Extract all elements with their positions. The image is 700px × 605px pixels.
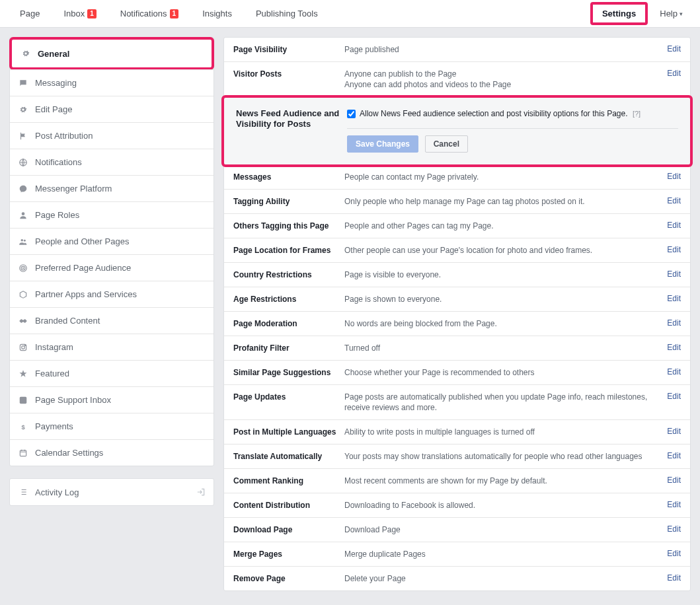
sidebar-item-preferred-audience[interactable]: Preferred Page Audience [10, 254, 214, 281]
setting-label: Page Visibility [233, 44, 344, 55]
top-nav-left: Page Inbox 1 Notifications 1 Insights Pu… [8, 0, 330, 28]
sidebar-item-partner-apps[interactable]: Partner Apps and Services [10, 281, 214, 307]
setting-multiple-languages: Post in Multiple Languages Ability to wr… [224, 420, 690, 445]
setting-content-distribution: Content Distribution Downloading to Face… [224, 493, 690, 518]
edit-link[interactable]: Edit [667, 451, 681, 460]
sidebar-card-activity: Activity Log [9, 478, 214, 506]
nav-publishing-tools[interactable]: Publishing Tools [244, 0, 330, 28]
nav-page-label: Page [20, 9, 40, 18]
setting-page-moderation: Page Moderation No words are being block… [224, 312, 690, 336]
sidebar-item-notifications[interactable]: Notifications [10, 149, 214, 175]
nav-help[interactable]: Help ▾ [650, 0, 692, 28]
setting-value: Choose whether your Page is recommended … [344, 367, 654, 378]
setting-page-updates: Page Updates Page posts are automaticall… [224, 385, 690, 420]
nav-notifications[interactable]: Notifications 1 [108, 0, 190, 28]
setting-label: News Feed Audience and Visibility for Po… [236, 108, 347, 135]
edit-link[interactable]: Edit [667, 476, 681, 485]
setting-page-visibility: Page Visibility Page published Edit [224, 38, 690, 62]
edit-link[interactable]: Edit [667, 294, 681, 303]
sidebar-item-payments[interactable]: $ Payments [10, 413, 214, 439]
sidebar-item-page-roles[interactable]: Page Roles [10, 201, 214, 228]
setting-value: Download Page [344, 524, 654, 535]
checkbox-label: Allow News Feed audience selection and p… [360, 109, 628, 118]
sidebar-item-featured[interactable]: Featured [10, 360, 214, 386]
svg-text:$: $ [21, 423, 25, 430]
setting-label: Comment Ranking [233, 476, 344, 486]
edit-link[interactable]: Edit [667, 573, 681, 583]
nav-publishing-label: Publishing Tools [256, 9, 318, 18]
edit-link[interactable]: Edit [667, 221, 681, 230]
help-icon[interactable]: [?] [633, 110, 641, 118]
setting-news-feed-audience-expanded: News Feed Audience and Visibility for Po… [224, 97, 690, 165]
sidebar-item-page-support-inbox[interactable]: Page Support Inbox [10, 386, 214, 413]
page-wrap: General Messaging Edit Page Post At [0, 28, 700, 600]
nav-notifications-badge: 1 [170, 9, 179, 18]
setting-label: Page Moderation [233, 318, 344, 329]
sidebar-item-instagram[interactable]: Instagram [10, 334, 214, 360]
sidebar-item-label: Page Roles [35, 210, 79, 220]
sidebar-item-messenger-platform[interactable]: Messenger Platform [10, 175, 214, 201]
sidebar-item-branded-content[interactable]: Branded Content [10, 307, 214, 334]
edit-link[interactable]: Edit [667, 44, 681, 53]
setting-label: Messages [233, 172, 344, 182]
edit-link[interactable]: Edit [667, 500, 681, 509]
nav-inbox[interactable]: Inbox 1 [52, 0, 108, 28]
edit-link[interactable]: Edit [667, 392, 681, 401]
nav-page[interactable]: Page [8, 0, 52, 28]
edit-link[interactable]: Edit [667, 343, 681, 352]
sidebar-item-messaging[interactable]: Messaging [10, 69, 214, 96]
setting-value: Turned off [344, 343, 654, 353]
sidebar: General Messaging Edit Page Post At [9, 37, 214, 591]
setting-label: Page Updates [233, 392, 344, 402]
sidebar-item-label: Featured [35, 369, 69, 378]
news-feed-checkbox[interactable] [347, 110, 356, 118]
setting-label: Merge Pages [233, 549, 344, 559]
setting-value: Most recent comments are shown for my Pa… [344, 476, 654, 486]
setting-merge-pages: Merge Pages Merge duplicate Pages Edit [224, 542, 690, 567]
sidebar-item-edit-page[interactable]: Edit Page [10, 96, 214, 122]
nav-insights[interactable]: Insights [190, 0, 244, 28]
nav-settings[interactable]: Settings [590, 2, 648, 25]
setting-label: Remove Page [233, 573, 344, 584]
svg-rect-12 [20, 450, 26, 456]
setting-expanded-body: Allow News Feed audience selection and p… [347, 108, 678, 135]
sidebar-item-label: Post Attribution [35, 131, 93, 141]
setting-label: Post in Multiple Languages [233, 427, 344, 437]
calendar-icon [18, 448, 28, 458]
edit-link[interactable]: Edit [667, 549, 681, 558]
svg-point-2 [21, 238, 24, 241]
cancel-button[interactable]: Cancel [425, 135, 468, 153]
setting-label: Content Distribution [233, 500, 344, 511]
edit-link[interactable]: Edit [667, 524, 681, 534]
sidebar-item-label: Partner Apps and Services [35, 289, 137, 299]
box-icon [18, 289, 28, 300]
setting-value: Downloading to Facebook is allowed. [344, 500, 654, 511]
save-changes-button[interactable]: Save Changes [347, 135, 418, 153]
setting-value-line: Anyone can publish to the Page [344, 69, 648, 79]
setting-profanity-filter: Profanity Filter Turned off Edit [224, 336, 690, 361]
nav-notifications-label: Notifications [120, 9, 167, 18]
sidebar-item-post-attribution[interactable]: Post Attribution [10, 122, 214, 149]
setting-value: Page posts are automatically published w… [344, 392, 654, 413]
setting-value: Your posts may show translations automat… [344, 451, 654, 462]
edit-link[interactable]: Edit [667, 269, 681, 279]
edit-link[interactable]: Edit [667, 367, 681, 376]
edit-link[interactable]: Edit [667, 69, 681, 78]
sidebar-item-activity-log[interactable]: Activity Log [10, 479, 214, 505]
edit-link[interactable]: Edit [667, 245, 681, 254]
svg-point-1 [22, 212, 25, 215]
highlight-general: General [9, 37, 214, 70]
edit-link[interactable]: Edit [667, 427, 681, 436]
edit-link[interactable]: Edit [667, 172, 681, 181]
nav-settings-label: Settings [602, 9, 636, 18]
edit-link[interactable]: Edit [667, 196, 681, 205]
sidebar-item-general[interactable]: General [13, 40, 211, 67]
setting-similar-page-suggestions: Similar Page Suggestions Choose whether … [224, 361, 690, 385]
gear-icon [18, 104, 28, 115]
edit-link[interactable]: Edit [667, 318, 681, 328]
sidebar-item-people-other-pages[interactable]: People and Other Pages [10, 228, 214, 254]
chat-icon [18, 78, 28, 89]
setting-download-page: Download Page Download Page Edit [224, 518, 690, 542]
sidebar-item-calendar-settings[interactable]: Calendar Settings [10, 439, 214, 466]
globe-icon [18, 157, 28, 168]
